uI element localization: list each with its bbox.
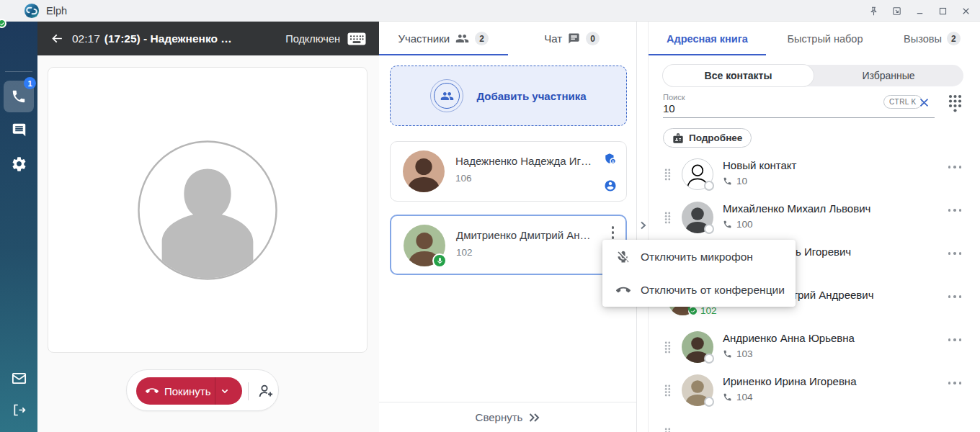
- sidebar-item-calls[interactable]: 1: [4, 81, 34, 112]
- contacts-segmented-control: Все контакты Избранные: [663, 65, 963, 86]
- participant-card-selected[interactable]: Дмитриенко Дмитрий Ан… 102: [390, 215, 627, 275]
- tab-speed-dial-label: Быстрый набор: [788, 33, 863, 45]
- app-title: Elph: [46, 5, 67, 17]
- add-participant-button[interactable]: Добавить участника: [390, 66, 627, 126]
- search-input[interactable]: 10: [663, 102, 675, 114]
- drag-handle-icon[interactable]: [664, 341, 671, 354]
- contact-row[interactable]: Петренко Пётр Петрович: [649, 412, 980, 432]
- call-end-icon: [616, 283, 631, 297]
- participant-number: 106: [455, 173, 472, 184]
- chevron-right-icon[interactable]: [639, 220, 647, 230]
- contact-menu-kebab-icon[interactable]: [948, 209, 962, 212]
- gear-icon: [11, 156, 27, 172]
- contact-menu-kebab-icon[interactable]: [948, 252, 962, 255]
- menu-item-disconnect-label: Отключить от конференции: [641, 284, 785, 297]
- contact-avatar: [682, 158, 713, 190]
- minimize-icon[interactable]: [914, 6, 925, 17]
- status-badge: [704, 397, 714, 407]
- call-elapsed-time: 02:17: [72, 32, 100, 45]
- collapse-panel-button[interactable]: Свернуть: [379, 411, 636, 423]
- leave-call-button[interactable]: Покинуть: [136, 377, 242, 405]
- shield-admin-icon[interactable]: [604, 152, 617, 165]
- participant-name: Дмитриенко Дмитрий Ан…: [456, 229, 591, 241]
- sidebar-divider: [5, 71, 32, 72]
- contact-avatar: [682, 331, 713, 363]
- drag-handle-icon[interactable]: [664, 168, 671, 181]
- tab-calls[interactable]: Вызовы 2: [884, 22, 980, 55]
- calls-tab-count-badge: 2: [947, 32, 961, 45]
- drag-handle-icon[interactable]: [664, 428, 671, 432]
- address-book-panel: Адресная книга Быстрый набор Вызовы 2 Вс…: [649, 22, 980, 432]
- add-participant-icon-button[interactable]: [257, 382, 275, 400]
- sidebar-item-logout[interactable]: [4, 394, 34, 426]
- participant-role-icons: [604, 152, 617, 192]
- sidebar-item-settings[interactable]: [4, 148, 34, 179]
- chat-icon: [12, 122, 27, 138]
- controls-divider: [248, 382, 249, 400]
- contact-row[interactable]: Ириненко Ирина Игоревна 104: [649, 369, 980, 412]
- contact-phone: 102: [687, 305, 717, 316]
- close-icon[interactable]: [961, 6, 971, 17]
- drag-handle-icon[interactable]: [664, 384, 671, 397]
- contact-name: Михайленко Михаил Львович: [723, 202, 870, 215]
- phone-icon: [723, 349, 732, 359]
- menu-item-disconnect[interactable]: Отключить от конференции: [602, 274, 796, 307]
- titlebar: Elph: [0, 0, 980, 22]
- contact-row[interactable]: Новый контакт 10: [649, 153, 980, 196]
- pin-icon[interactable]: [868, 6, 879, 17]
- segment-favorites[interactable]: Избранные: [814, 65, 963, 86]
- call-status: Подключен: [285, 33, 340, 45]
- address-book-tabs: Адресная книга Быстрый набор Вызовы 2: [649, 22, 980, 55]
- collapse-label: Свернуть: [476, 411, 523, 423]
- participant-avatar: [403, 150, 445, 192]
- dialpad-icon[interactable]: [948, 94, 962, 112]
- keyboard-icon[interactable]: [347, 32, 366, 45]
- participants-footer-divider: [379, 402, 636, 402]
- contact-number: 104: [736, 392, 753, 402]
- contact-number: 100: [736, 219, 753, 230]
- contact-number: 102: [700, 305, 717, 316]
- tab-chat[interactable]: Чат 0: [508, 22, 637, 55]
- user-online-badge-icon: [0, 19, 6, 28]
- sidebar-item-chat[interactable]: [4, 114, 34, 145]
- back-arrow-icon[interactable]: [50, 32, 64, 45]
- contact-row[interactable]: Андриенко Анна Юрьевна 103: [649, 325, 980, 369]
- menu-item-mute-microphone[interactable]: Отключить микрофон: [602, 240, 796, 274]
- details-button[interactable]: Подробнее: [663, 128, 752, 148]
- call-title: (17:25) - Надежненко …: [104, 32, 232, 45]
- logout-icon: [12, 402, 27, 418]
- contact-name: Ириненко Ирина Игоревна: [723, 375, 857, 387]
- contact-phone: 103: [723, 348, 753, 359]
- contact-menu-kebab-icon[interactable]: [948, 338, 962, 341]
- maximize-icon[interactable]: [937, 6, 948, 17]
- search-shortcut-badge: CTRL K: [883, 95, 922, 109]
- panel-gutter: [637, 22, 649, 432]
- chevron-down-icon[interactable]: [219, 385, 231, 397]
- segment-all-contacts[interactable]: Все контакты: [663, 65, 814, 86]
- phone-icon: [723, 176, 732, 186]
- video-placeholder-avatar-icon: [136, 139, 279, 282]
- tab-address-book[interactable]: Адресная книга: [649, 22, 766, 55]
- contact-row[interactable]: Михайленко Михаил Львович 100: [649, 196, 980, 239]
- tab-address-book-label: Адресная книга: [667, 33, 748, 45]
- participant-card[interactable]: Надежненко Надежда Иг… 106: [390, 141, 627, 202]
- phone-icon: [687, 306, 696, 315]
- contact-menu-kebab-icon[interactable]: [948, 382, 962, 384]
- sidebar-item-mail[interactable]: [4, 362, 34, 394]
- contact-name: Андриенко Анна Юрьевна: [723, 332, 855, 344]
- participant-menu-kebab-icon[interactable]: [612, 226, 615, 239]
- account-circle-icon[interactable]: [604, 179, 617, 192]
- contact-menu-kebab-icon[interactable]: [948, 166, 962, 168]
- tab-participants[interactable]: Участники 2: [379, 22, 508, 55]
- add-participant-icon: [430, 79, 463, 112]
- drag-handle-icon[interactable]: [664, 212, 671, 224]
- dock-icon[interactable]: [891, 6, 902, 17]
- details-button-label: Подробнее: [689, 132, 742, 143]
- participant-avatar: [404, 225, 445, 266]
- contact-menu-kebab-icon[interactable]: [948, 295, 962, 298]
- tab-speed-dial[interactable]: Быстрый набор: [766, 22, 884, 55]
- call-end-icon: [146, 384, 159, 397]
- clear-search-icon[interactable]: [918, 96, 930, 109]
- contact-name: Новый контакт: [723, 159, 796, 171]
- video-area: [48, 67, 368, 353]
